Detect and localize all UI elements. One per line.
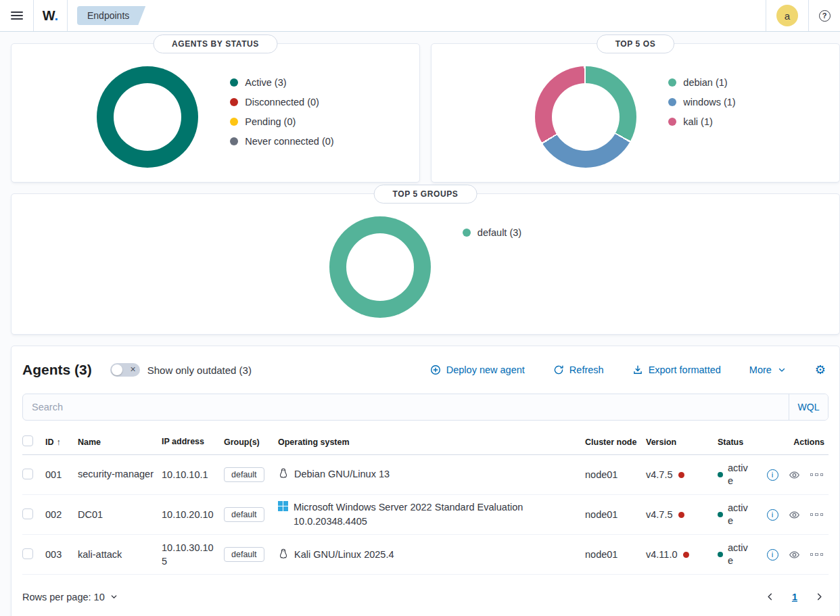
avatar[interactable]: a bbox=[776, 5, 798, 26]
toggle-knob bbox=[112, 364, 122, 375]
os-label: Kali GNU/Linux 2025.4 bbox=[294, 548, 394, 562]
legend-item[interactable]: Never connected (0) bbox=[230, 136, 333, 147]
agents-by-status-panel: AGENTS BY STATUS Active (3) Disconnected… bbox=[11, 43, 420, 183]
pagination: 1 bbox=[761, 589, 829, 605]
agent-status: active bbox=[718, 502, 758, 527]
agent-id: 002 bbox=[45, 509, 78, 520]
more-button[interactable]: More bbox=[749, 364, 787, 375]
legend-dot bbox=[668, 98, 676, 106]
legend-dot bbox=[668, 78, 676, 87]
outdated-toggle[interactable]: × bbox=[110, 363, 140, 377]
info-icon: i bbox=[767, 469, 778, 481]
panel-title: AGENTS BY STATUS bbox=[153, 34, 278, 53]
menu-icon[interactable] bbox=[0, 0, 33, 31]
refresh-button[interactable]: Refresh bbox=[553, 364, 604, 375]
legend-item[interactable]: default (3) bbox=[463, 227, 521, 238]
rows-per-page-select[interactable]: Rows per page: 10 bbox=[22, 592, 118, 602]
agent-ip: 10.10.20.10 bbox=[162, 508, 224, 521]
prev-page-button[interactable] bbox=[761, 589, 779, 605]
refresh-label: Refresh bbox=[569, 364, 604, 375]
agents-by-status-donut[interactable] bbox=[97, 66, 198, 168]
wql-button[interactable]: WQL bbox=[789, 394, 828, 420]
status-dot-icon bbox=[718, 512, 723, 517]
header-id[interactable]: ID↑ bbox=[45, 437, 78, 447]
agents-table: ID↑ Name IP address Group(s) Operating s… bbox=[22, 429, 829, 575]
logo-dot: . bbox=[55, 8, 59, 23]
agent-version: v4.11.0 bbox=[646, 549, 718, 560]
page-1-button[interactable]: 1 bbox=[788, 591, 801, 603]
header-groups[interactable]: Group(s) bbox=[224, 437, 278, 447]
view-agent-button[interactable] bbox=[789, 549, 800, 561]
more-actions-button[interactable] bbox=[810, 473, 824, 477]
agent-version: v4.7.5 bbox=[646, 509, 718, 520]
legend-item[interactable]: Disconnected (0) bbox=[230, 97, 333, 108]
more-actions-button[interactable] bbox=[810, 513, 824, 517]
legend-label: Disconnected (0) bbox=[245, 97, 319, 108]
eye-icon bbox=[789, 509, 800, 521]
info-icon: i bbox=[767, 509, 778, 521]
legend-label: windows (1) bbox=[683, 97, 735, 108]
agent-details-button[interactable]: i bbox=[767, 509, 778, 521]
windows-icon bbox=[278, 501, 288, 511]
legend-item[interactable]: kali (1) bbox=[668, 116, 735, 127]
deploy-new-agent-button[interactable]: Deploy new agent bbox=[430, 364, 525, 375]
help-icon: ? bbox=[819, 10, 831, 22]
legend-item[interactable]: Pending (0) bbox=[230, 116, 333, 127]
top-5-os-panel: TOP 5 OS debian (1) windows (1) kali (1) bbox=[431, 43, 840, 183]
sort-asc-icon: ↑ bbox=[57, 437, 61, 447]
os-label: Microsoft Windows Server 2022 Standard E… bbox=[294, 500, 577, 529]
toggle-off-icon: × bbox=[131, 364, 136, 374]
export-formatted-button[interactable]: Export formatted bbox=[632, 364, 721, 375]
agent-ip: 10.10.30.105 bbox=[162, 541, 224, 569]
linux-icon bbox=[278, 468, 289, 481]
help-button[interactable]: ? bbox=[809, 0, 840, 31]
top-5-groups-donut[interactable] bbox=[329, 216, 431, 318]
next-page-button[interactable] bbox=[810, 589, 829, 605]
legend-dot bbox=[668, 118, 676, 126]
group-badge[interactable]: default bbox=[224, 547, 264, 562]
dots-icon bbox=[810, 513, 824, 517]
chart-legend: default (3) bbox=[463, 216, 521, 318]
search-bar: WQL bbox=[22, 394, 829, 421]
row-checkbox[interactable] bbox=[22, 469, 33, 479]
header-version[interactable]: Version bbox=[646, 437, 718, 447]
table-row: 001 security-manager 10.10.10.1 default … bbox=[22, 455, 829, 495]
download-icon bbox=[632, 364, 643, 375]
group-badge[interactable]: default bbox=[224, 467, 264, 482]
table-header-row: ID↑ Name IP address Group(s) Operating s… bbox=[22, 429, 829, 455]
header-cluster-node[interactable]: Cluster node bbox=[585, 437, 646, 447]
status-dot-icon bbox=[718, 472, 723, 477]
view-agent-button[interactable] bbox=[789, 509, 800, 521]
header-operating-system[interactable]: Operating system bbox=[278, 437, 585, 447]
refresh-icon bbox=[553, 364, 564, 375]
breadcrumb[interactable]: Endpoints bbox=[77, 6, 145, 25]
header-ip-address[interactable]: IP address bbox=[162, 436, 224, 448]
view-agent-button[interactable] bbox=[789, 469, 800, 481]
os-label: Debian GNU/Linux 13 bbox=[294, 467, 390, 481]
select-all-checkbox[interactable] bbox=[22, 435, 33, 446]
more-actions-button[interactable] bbox=[810, 553, 824, 556]
top-5-groups-panel: TOP 5 GROUPS default (3) bbox=[11, 193, 840, 335]
legend-item[interactable]: Active (3) bbox=[230, 77, 333, 88]
circle-plus-icon bbox=[430, 364, 441, 375]
settings-button[interactable]: ⚙ bbox=[815, 364, 826, 376]
app-logo[interactable]: W. bbox=[34, 8, 67, 24]
agent-details-button[interactable]: i bbox=[767, 469, 778, 481]
header-status[interactable]: Status bbox=[718, 437, 758, 447]
legend-dot bbox=[230, 118, 238, 126]
outdated-dot-icon bbox=[683, 552, 689, 558]
group-badge[interactable]: default bbox=[224, 507, 264, 522]
row-checkbox[interactable] bbox=[22, 508, 33, 519]
top-5-os-donut[interactable] bbox=[535, 66, 636, 168]
header-name[interactable]: Name bbox=[78, 437, 162, 447]
legend-item[interactable]: windows (1) bbox=[668, 97, 735, 108]
legend-item[interactable]: debian (1) bbox=[668, 77, 735, 88]
row-checkbox[interactable] bbox=[22, 548, 33, 559]
table-row: 002 DC01 10.10.20.10 default Microsoft W… bbox=[22, 495, 829, 535]
more-label: More bbox=[749, 364, 772, 375]
outdated-dot-icon bbox=[678, 472, 684, 478]
search-input[interactable] bbox=[23, 394, 789, 420]
agent-os: Kali GNU/Linux 2025.4 bbox=[278, 548, 585, 562]
legend-dot bbox=[230, 78, 238, 87]
agent-details-button[interactable]: i bbox=[767, 549, 778, 561]
